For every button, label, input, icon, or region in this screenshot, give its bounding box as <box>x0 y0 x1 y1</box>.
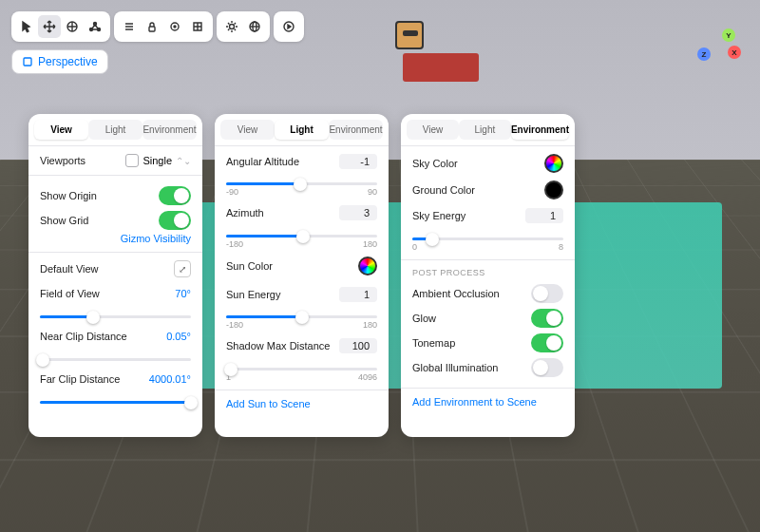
axis-z[interactable]: Z <box>697 48 711 61</box>
azimuth-slider[interactable] <box>226 235 377 238</box>
shadow-max-label: Shadow Max Distance <box>226 340 330 352</box>
near-clip-value[interactable]: 0.05° <box>166 331 191 342</box>
default-view-label: Default View <box>40 263 99 275</box>
show-origin-toggle[interactable] <box>159 186 191 205</box>
sky-energy-value[interactable]: 1 <box>525 208 563 223</box>
post-process-header: POST PROCESS <box>401 260 575 279</box>
near-clip-label: Near Clip Distance <box>40 331 127 342</box>
tab-view[interactable]: View <box>220 120 275 140</box>
viewports-label: Viewports <box>40 155 86 166</box>
tool-group-view <box>114 11 213 42</box>
fov-value[interactable]: 70° <box>175 288 191 299</box>
tab-environment[interactable]: Environment <box>329 120 383 140</box>
azimuth-value[interactable]: 3 <box>339 205 377 220</box>
gi-label: Global Illumination <box>412 362 499 373</box>
gizmo-visibility-link[interactable]: Gizmo Visibility <box>40 233 191 244</box>
show-grid-label: Show Grid <box>40 215 88 226</box>
environment-panel: View Light Environment Sky Color Ground … <box>401 114 575 437</box>
sun-energy-slider[interactable] <box>226 315 377 318</box>
cursor-tool[interactable] <box>15 15 38 38</box>
shadow-max-value[interactable]: 100 <box>339 338 377 353</box>
tonemap-toggle[interactable] <box>531 333 563 352</box>
tab-view[interactable]: View <box>34 120 88 140</box>
sun-color-swatch[interactable] <box>358 256 377 276</box>
show-grid-toggle[interactable] <box>159 211 191 230</box>
gi-toggle[interactable] <box>531 358 563 377</box>
view-panel: View Light Environment Viewports Single⌃… <box>28 114 202 437</box>
lock-icon[interactable] <box>141 15 163 38</box>
azimuth-label: Azimuth <box>226 207 264 218</box>
near-clip-slider[interactable] <box>40 358 191 361</box>
fov-slider[interactable] <box>40 315 191 318</box>
sun-energy-label: Sun Energy <box>226 289 280 300</box>
glow-label: Glow <box>412 313 436 324</box>
svg-point-6 <box>174 26 176 28</box>
tab-view[interactable]: View <box>407 120 459 140</box>
list-icon[interactable] <box>118 15 141 38</box>
add-sun-link[interactable]: Add Sun to Scene <box>226 398 377 409</box>
perspective-dropdown[interactable]: Perspective <box>11 49 108 74</box>
tonemap-label: Tonemap <box>412 337 455 349</box>
add-env-link[interactable]: Add Environment to Scene <box>412 396 563 408</box>
tool-group-transform <box>11 11 110 42</box>
play-icon[interactable] <box>277 15 300 38</box>
svg-rect-4 <box>149 27 155 31</box>
far-clip-slider[interactable] <box>40 401 191 404</box>
tab-light[interactable]: Light <box>459 120 511 140</box>
tool-group-scene <box>217 11 270 42</box>
fov-label: Field of View <box>40 288 100 299</box>
perspective-label: Perspective <box>38 55 98 68</box>
axis-y[interactable]: Y <box>722 28 735 42</box>
sun-color-label: Sun Color <box>226 260 273 272</box>
ground-color-label: Ground Color <box>412 184 475 196</box>
svg-rect-11 <box>24 58 31 66</box>
sky-color-label: Sky Color <box>412 158 458 169</box>
snap-icon[interactable] <box>163 15 186 38</box>
scale-tool[interactable] <box>84 15 106 38</box>
angular-altitude-value[interactable]: -1 <box>339 154 377 169</box>
top-toolbar <box>11 11 304 42</box>
svg-point-7 <box>230 25 235 29</box>
angular-altitude-slider[interactable] <box>226 182 377 185</box>
ground-color-swatch[interactable] <box>544 180 563 200</box>
light-panel: View Light Environment Angular Altitude-… <box>215 114 389 437</box>
globe-icon[interactable] <box>243 15 266 38</box>
scene-crate <box>403 53 479 82</box>
shadow-max-slider[interactable] <box>226 368 377 370</box>
sky-color-swatch[interactable] <box>544 154 563 173</box>
far-clip-value[interactable]: 4000.01° <box>149 373 191 385</box>
tab-environment[interactable]: Environment <box>142 120 197 140</box>
sun-energy-value[interactable]: 1 <box>339 287 377 302</box>
show-origin-label: Show Origin <box>40 190 97 201</box>
sun-icon[interactable] <box>220 15 243 38</box>
viewports-single[interactable]: Single⌃⌄ <box>125 154 191 167</box>
viewports-row: Viewports Single⌃⌄ <box>28 146 202 175</box>
sky-energy-label: Sky Energy <box>412 210 466 221</box>
tab-light[interactable]: Light <box>88 120 142 140</box>
view-tabs: View Light Environment <box>28 114 202 145</box>
tab-light[interactable]: Light <box>275 120 329 140</box>
tab-environment[interactable]: Environment <box>511 120 569 140</box>
sky-energy-slider[interactable] <box>412 238 563 240</box>
move-tool[interactable] <box>38 15 61 38</box>
ao-toggle[interactable] <box>531 284 563 303</box>
axis-x[interactable]: X <box>728 46 741 59</box>
angular-altitude-label: Angular Altitude <box>226 156 299 167</box>
glow-toggle[interactable] <box>531 309 563 328</box>
ao-label: Ambient Occlusion <box>412 288 500 299</box>
grid-icon[interactable] <box>186 15 209 38</box>
far-clip-label: Far Clip Distance <box>40 373 120 385</box>
default-view-reset-icon[interactable]: ⤢ <box>174 260 191 277</box>
perspective-wrapper: Perspective <box>11 44 108 74</box>
axis-gizmo[interactable]: Y X Z <box>694 28 741 76</box>
scene-character <box>395 21 424 49</box>
rotate-tool[interactable] <box>61 15 84 38</box>
tool-group-play <box>274 11 304 42</box>
